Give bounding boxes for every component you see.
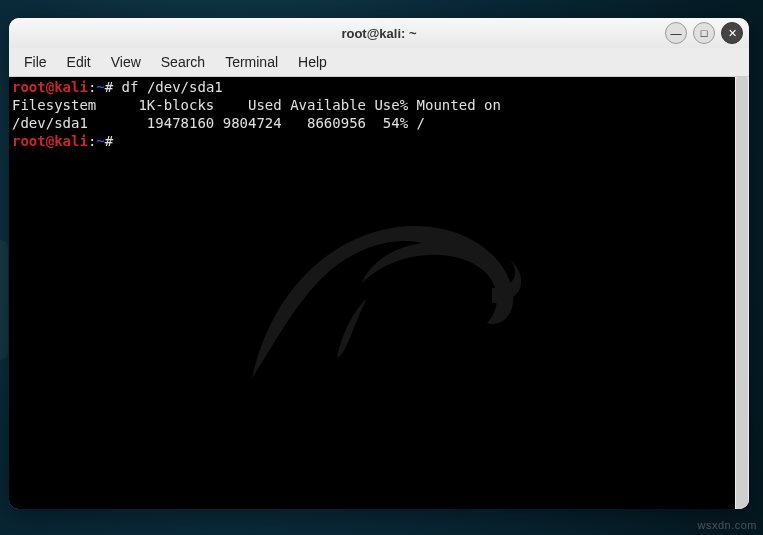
scrollbar-thumb[interactable] [736,77,748,509]
close-button[interactable]: ✕ [721,22,743,44]
scrollbar[interactable] [735,77,749,509]
window-title: root@kali: ~ [341,26,416,41]
output-line: Filesystem 1K-blocks Used Available Use%… [12,96,732,114]
window-controls: — □ ✕ [665,22,743,44]
terminal-wrap: root@kali:~# df /dev/sda1Filesystem 1K-b… [9,77,749,509]
menu-help[interactable]: Help [289,51,336,73]
menu-search[interactable]: Search [152,51,214,73]
menubar: File Edit View Search Terminal Help [9,48,749,77]
kali-dragon-icon [192,128,552,428]
prompt-line: root@kali:~# df /dev/sda1 [12,78,732,96]
prompt-line: root@kali:~# [12,132,732,150]
dock-edge [0,240,8,360]
menu-edit[interactable]: Edit [58,51,100,73]
maximize-button[interactable]: □ [693,22,715,44]
terminal[interactable]: root@kali:~# df /dev/sda1Filesystem 1K-b… [9,77,735,509]
terminal-content: root@kali:~# df /dev/sda1Filesystem 1K-b… [12,78,732,150]
menu-file[interactable]: File [15,51,56,73]
desktop: root@kali: ~ — □ ✕ File Edit View Search… [0,0,763,535]
terminal-window: root@kali: ~ — □ ✕ File Edit View Search… [9,18,749,509]
scrollbar-track[interactable] [735,77,749,509]
menu-view[interactable]: View [102,51,150,73]
watermark: wsxdn.com [697,519,757,531]
titlebar[interactable]: root@kali: ~ — □ ✕ [9,18,749,48]
menu-terminal[interactable]: Terminal [216,51,287,73]
output-line: /dev/sda1 19478160 9804724 8660956 54% / [12,114,732,132]
minimize-button[interactable]: — [665,22,687,44]
